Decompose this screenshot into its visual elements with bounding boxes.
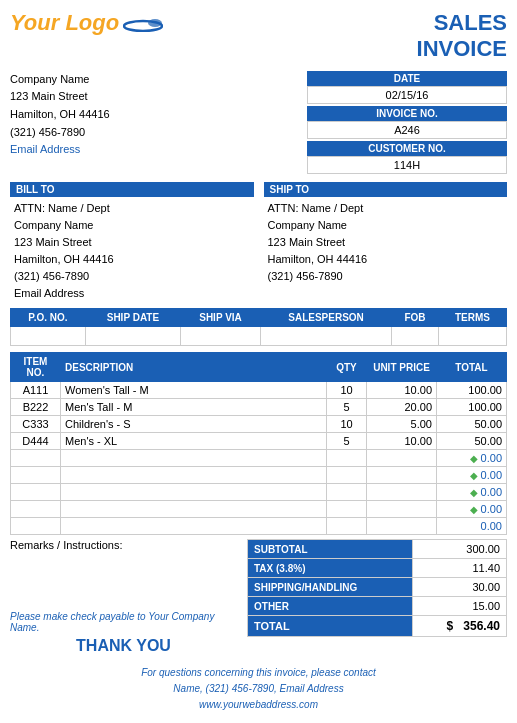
other-value: 15.00 (412, 597, 506, 616)
date-label: DATE (307, 71, 507, 86)
empty-item-no (11, 450, 61, 467)
item-no-cell: C333 (11, 416, 61, 433)
unit-price-header: UNIT PRICE (367, 353, 437, 382)
table-row: D444 Men's - XL 5 10.00 50.00 (11, 433, 507, 450)
date-row: DATE 02/15/16 (307, 71, 507, 104)
empty-unit-price (367, 484, 437, 501)
subtotal-value: 300.00 (412, 540, 506, 559)
salesperson-header: SALESPERSON (261, 309, 392, 327)
empty-qty (327, 501, 367, 518)
empty-total: ◆ 0.00 (437, 484, 507, 501)
ship-to-header: SHIP TO (264, 182, 508, 197)
empty-total: ◆ 0.00 (437, 501, 507, 518)
date-value: 02/15/16 (307, 86, 507, 104)
total-label: TOTAL (248, 616, 413, 637)
empty-row: ◆ 0.00 (11, 484, 507, 501)
terms-cell (438, 327, 506, 346)
empty-qty (327, 450, 367, 467)
ship-company: Company Name (264, 217, 508, 234)
svg-point-1 (148, 19, 162, 27)
bill-email: Email Address (10, 285, 254, 302)
fob-cell (392, 327, 439, 346)
po-no-cell (11, 327, 86, 346)
remarks-label: Remarks / Instructions: (10, 539, 237, 551)
total-cell: 100.00 (437, 382, 507, 399)
empty-unit-price (367, 467, 437, 484)
total-cell: 100.00 (437, 399, 507, 416)
empty-item-no (11, 467, 61, 484)
empty-desc (61, 518, 327, 535)
footer-line2: Name, (321) 456-7890, Email Address (10, 681, 507, 697)
customer-no-label: CUSTOMER NO. (307, 141, 507, 156)
description-cell: Men's - XL (61, 433, 327, 450)
po-no-header: P.O. NO. (11, 309, 86, 327)
totals-area: SUBTOTAL 300.00 TAX (3.8%) 11.40 SHIPPIN… (247, 539, 507, 655)
green-indicator: ◆ (470, 453, 478, 464)
logo-area: Your Logo (10, 10, 163, 36)
tax-value: 11.40 (412, 559, 506, 578)
table-row: C333 Children's - S 10 5.00 50.00 (11, 416, 507, 433)
invoice-no-row: INVOICE NO. A246 (307, 106, 507, 139)
empty-row: ◆ 0.00 (11, 467, 507, 484)
empty-total: ◆ 0.00 (437, 467, 507, 484)
shipping-row: SHIPPING/HANDLING 30.00 (248, 578, 507, 597)
empty-desc (61, 467, 327, 484)
bill-ship-section: BILL TO ATTN: Name / Dept Company Name 1… (10, 182, 507, 302)
description-header: DESCRIPTION (61, 353, 327, 382)
total-cell: 50.00 (437, 433, 507, 450)
total-row: TOTAL $ 356.40 (248, 616, 507, 637)
total-value: $ 356.40 (412, 616, 506, 637)
footer-website: www.yourwebaddress.com (10, 697, 507, 713)
green-indicator: ◆ (470, 504, 478, 515)
ship-street: 123 Main Street (264, 234, 508, 251)
table-row: B222 Men's Tall - M 5 20.00 100.00 (11, 399, 507, 416)
item-no-cell: B222 (11, 399, 61, 416)
other-label: OTHER (248, 597, 413, 616)
sender-city: Hamilton, OH 44416 (10, 106, 307, 124)
info-section: Company Name 123 Main Street Hamilton, O… (10, 71, 507, 176)
bill-company: Company Name (10, 217, 254, 234)
qty-cell: 5 (327, 433, 367, 450)
empty-unit-price (367, 450, 437, 467)
other-row: OTHER 15.00 (248, 597, 507, 616)
empty-item-no (11, 484, 61, 501)
total-header: TOTAL (437, 353, 507, 382)
bill-phone: (321) 456-7890 (10, 268, 254, 285)
logo-swoosh-icon (123, 14, 163, 32)
fob-header: FOB (392, 309, 439, 327)
empty-unit-price (367, 501, 437, 518)
sender-street: 123 Main Street (10, 88, 307, 106)
total-amount: 356.40 (463, 619, 500, 633)
ship-via-cell (181, 327, 261, 346)
footer-left-area: Please make check payable to Your Compan… (10, 611, 237, 655)
qty-cell: 5 (327, 399, 367, 416)
empty-item-no (11, 518, 61, 535)
unit-price-cell: 20.00 (367, 399, 437, 416)
empty-unit-price (367, 518, 437, 535)
customer-no-row: CUSTOMER NO. 114H (307, 141, 507, 174)
ship-city: Hamilton, OH 44416 (264, 251, 508, 268)
total-cell: 50.00 (437, 416, 507, 433)
sender-phone: (321) 456-7890 (10, 124, 307, 142)
bill-street: 123 Main Street (10, 234, 254, 251)
subtotal-row: SUBTOTAL 300.00 (248, 540, 507, 559)
subtotal-label: SUBTOTAL (248, 540, 413, 559)
bill-city: Hamilton, OH 44416 (10, 251, 254, 268)
bill-to-header: BILL TO (10, 182, 254, 197)
items-table: ITEM NO. DESCRIPTION QTY UNIT PRICE TOTA… (10, 352, 507, 535)
shipping-value: 30.00 (412, 578, 506, 597)
footer-note: For questions concerning this invoice, p… (10, 665, 507, 713)
qty-cell: 10 (327, 382, 367, 399)
logo-text: Your Logo (10, 10, 119, 36)
sender-info: Company Name 123 Main Street Hamilton, O… (10, 71, 307, 176)
item-no-header: ITEM NO. (11, 353, 61, 382)
terms-header: TERMS (438, 309, 506, 327)
item-no-cell: D444 (11, 433, 61, 450)
shipping-label: SHIPPING/HANDLING (248, 578, 413, 597)
empty-desc (61, 501, 327, 518)
empty-qty (327, 484, 367, 501)
empty-qty (327, 467, 367, 484)
empty-desc (61, 484, 327, 501)
ship-phone: (321) 456-7890 (264, 268, 508, 285)
po-row (11, 327, 507, 346)
